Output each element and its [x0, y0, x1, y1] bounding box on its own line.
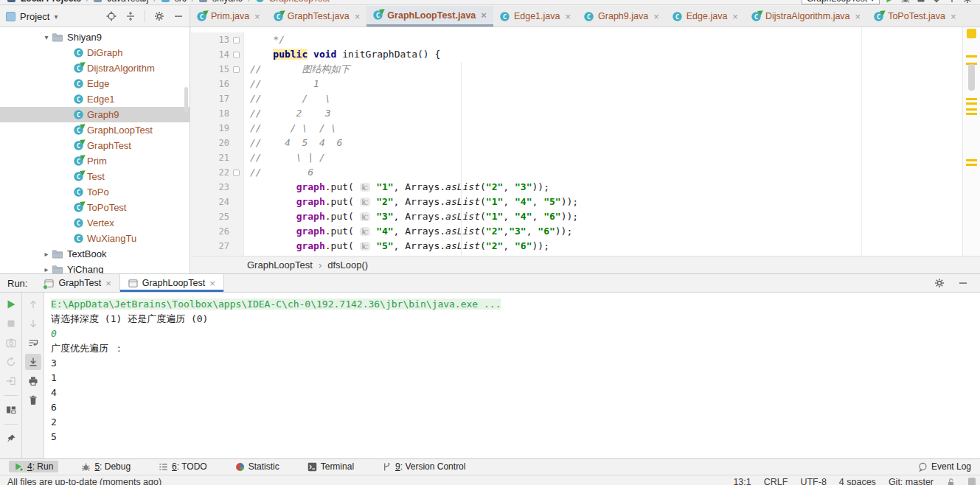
- tree-item-dijstraalgorithm[interactable]: CDijstraAlgorithm: [0, 60, 190, 76]
- code-line-20[interactable]: 20// 4 5 4 6: [191, 136, 962, 150]
- editor-tab-dijstraalgorithm-java[interactable]: CDijstraAlgorithm.java×: [745, 6, 867, 27]
- indent-info[interactable]: 4 spaces: [839, 477, 876, 485]
- code-line-23[interactable]: 23 graph.put( k: "1", Arrays.asList("2",…: [191, 180, 962, 195]
- encoding[interactable]: UTF-8: [800, 477, 826, 485]
- chevron-down-icon[interactable]: ▾: [54, 13, 58, 21]
- up-button[interactable]: [25, 296, 41, 313]
- tree-item-edge1[interactable]: CEdge1: [0, 91, 190, 107]
- stop-button[interactable]: [916, 0, 926, 4]
- code-editor[interactable]: 13 */14 public void initGraphData() {15/…: [191, 27, 962, 256]
- close-icon[interactable]: ×: [105, 278, 111, 289]
- down-button[interactable]: [25, 315, 41, 332]
- close-icon[interactable]: ×: [951, 11, 956, 22]
- editor-tab-edge1-java[interactable]: CEdge1.java×: [493, 6, 577, 27]
- tree-scrollbar[interactable]: [184, 87, 188, 112]
- close-icon[interactable]: ×: [209, 278, 215, 289]
- close-icon[interactable]: ×: [565, 11, 571, 22]
- code-line-19[interactable]: 19// / \ / \: [191, 121, 962, 136]
- restart-button[interactable]: [3, 354, 19, 370]
- hide-run-panel-icon[interactable]: [958, 278, 968, 288]
- code-line-25[interactable]: 25 graph.put( k: "3", Arrays.asList("1",…: [191, 209, 962, 224]
- caret-position[interactable]: 13:1: [733, 477, 751, 485]
- fold-marker-icon[interactable]: [233, 170, 240, 176]
- stop-button[interactable]: [3, 315, 19, 332]
- warning-mark[interactable]: [966, 113, 977, 115]
- code-line-24[interactable]: 24 graph.put( k: "2", Arrays.asList("1",…: [191, 195, 962, 209]
- breadcrumb-class[interactable]: GraphLoopTest: [247, 259, 313, 271]
- close-icon[interactable]: ×: [481, 10, 487, 21]
- tree-item-test[interactable]: CTest: [0, 169, 190, 184]
- debug-button[interactable]: [900, 0, 911, 4]
- editor-tab-graph9-java[interactable]: CGraph9.java×: [577, 6, 666, 27]
- lock-icon[interactable]: [946, 478, 956, 485]
- settings-gear-icon[interactable]: [154, 11, 164, 21]
- run-configuration-select[interactable]: GraphLoopTest▾: [802, 0, 880, 4]
- tree-item-prim[interactable]: CPrim: [0, 153, 190, 169]
- code-line-21[interactable]: 21// \ | /: [191, 150, 962, 165]
- rerun-button[interactable]: [3, 296, 19, 313]
- fold-marker-icon[interactable]: [233, 66, 240, 73]
- editor-scrollbar-thumb[interactable]: [968, 64, 975, 91]
- softwrap-button[interactable]: [25, 335, 41, 351]
- line-ending[interactable]: CRLF: [764, 477, 788, 485]
- run-tab-graphlooptest[interactable]: GraphLoopTest×: [119, 274, 224, 292]
- ide-settings-icon[interactable]: [962, 0, 973, 4]
- toolwindow-statistic[interactable]: Statistic: [230, 461, 285, 472]
- layout-button[interactable]: [3, 402, 19, 418]
- warnings-indicator-icon[interactable]: [967, 29, 976, 38]
- run-settings-gear-icon[interactable]: [934, 278, 945, 288]
- close-icon[interactable]: ×: [653, 11, 659, 22]
- screenshot-button[interactable]: [3, 335, 19, 351]
- vcs-push-button[interactable]: [947, 0, 957, 4]
- scrollend-button[interactable]: [25, 354, 41, 370]
- tree-item-graphtest[interactable]: CGraphTest: [0, 138, 190, 153]
- warning-mark[interactable]: [966, 164, 977, 166]
- code-line-15[interactable]: 15// 图结构如下: [191, 62, 962, 77]
- locate-file-icon[interactable]: [106, 11, 117, 21]
- chevron-right-icon[interactable]: ▸: [41, 265, 52, 273]
- run-tab-graphtest[interactable]: GraphTest×: [36, 274, 119, 292]
- chevron-down-icon[interactable]: ▾: [41, 33, 52, 41]
- fold-marker-icon[interactable]: [233, 52, 240, 58]
- exit-button[interactable]: [3, 373, 19, 389]
- code-line-26[interactable]: 26 graph.put( k: "4", Arrays.asList("2",…: [191, 224, 962, 239]
- close-icon[interactable]: ×: [254, 11, 260, 22]
- run-console[interactable]: E:\AppData\JetBrains\Toolbox\apps\IDEA-C…: [44, 293, 980, 458]
- editor-tab-prim-java[interactable]: CPrim.java×: [190, 6, 267, 27]
- code-line-22[interactable]: 22// 6: [191, 165, 962, 180]
- project-panel-title[interactable]: Project: [20, 11, 49, 22]
- close-icon[interactable]: ×: [855, 11, 861, 22]
- toolwindow-4-run[interactable]: 4: Run: [9, 461, 58, 472]
- code-line-17[interactable]: 17// / \: [191, 91, 962, 106]
- breadcrumb[interactable]: JavaTestJj: [107, 0, 148, 4]
- print-button[interactable]: [25, 373, 41, 389]
- tree-item-edge[interactable]: CEdge: [0, 76, 190, 91]
- editor-tab-graphlooptest-java[interactable]: CGraphLoopTest.java×: [366, 6, 493, 27]
- warning-mark[interactable]: [966, 102, 977, 105]
- git-branch[interactable]: Git: master: [889, 477, 934, 485]
- warning-mark[interactable]: [966, 55, 977, 57]
- toolwindow-terminal[interactable]: Terminal: [302, 461, 359, 472]
- editor-tab-graphtest-java[interactable]: CGraphTest.java×: [267, 6, 367, 27]
- tree-item-yichang[interactable]: ▸YiChang: [0, 262, 190, 274]
- code-line-27[interactable]: 27 graph.put( k: "5", Arrays.asList("2",…: [191, 239, 962, 254]
- error-stripe[interactable]: [962, 27, 980, 256]
- breadcrumb[interactable]: GraphLoopTest: [269, 0, 330, 4]
- run-button[interactable]: [885, 0, 895, 4]
- editor-tab-edge-java[interactable]: CEdge.java×: [666, 6, 745, 27]
- breadcrumb[interactable]: src: [175, 0, 187, 4]
- tree-item-wuxiangtu[interactable]: CWuXiangTu: [0, 231, 190, 246]
- tree-item-vertex[interactable]: CVertex: [0, 215, 190, 231]
- tree-item-topo[interactable]: CToPo: [0, 184, 190, 200]
- tree-item-graph9[interactable]: CGraph9: [0, 107, 190, 122]
- warning-mark[interactable]: [966, 108, 977, 111]
- trash-button[interactable]: [25, 392, 41, 408]
- code-line-13[interactable]: 13 */: [191, 32, 962, 47]
- tree-item-topotest[interactable]: CToPoTest: [0, 200, 190, 215]
- hide-panel-icon[interactable]: [173, 11, 184, 21]
- close-icon[interactable]: ×: [355, 11, 361, 22]
- tree-item-digraph[interactable]: CDiGraph: [0, 45, 190, 60]
- fold-marker-icon[interactable]: [233, 37, 240, 43]
- breadcrumb[interactable]: Local Projects: [21, 0, 81, 4]
- event-log-button[interactable]: Event Log: [918, 461, 971, 472]
